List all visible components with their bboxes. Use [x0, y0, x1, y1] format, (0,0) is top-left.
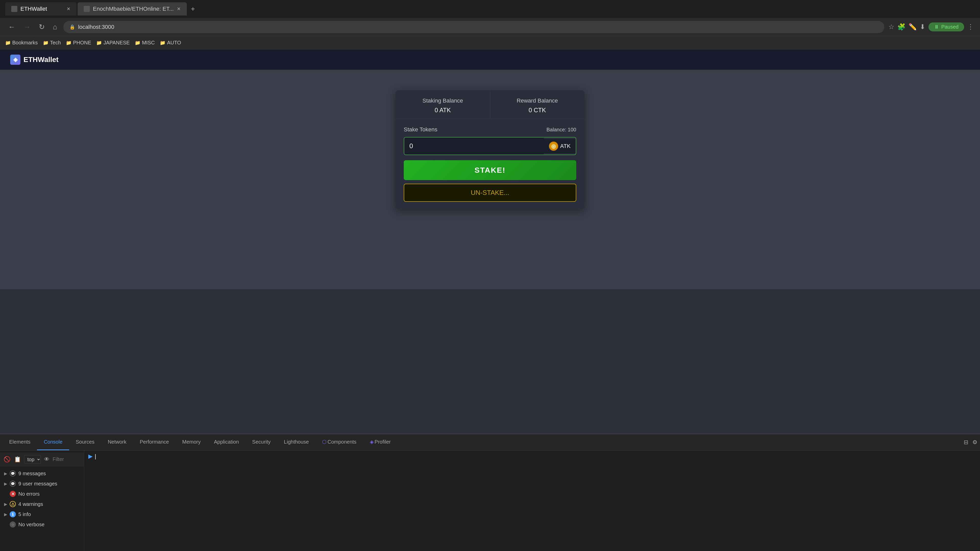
- console-tab-label: Console: [44, 439, 62, 445]
- app-title: ETHWallet: [24, 56, 59, 64]
- tab-close-icon-2[interactable]: ✕: [177, 6, 181, 12]
- console-filter-bar: 🚫 📋 top 👁 Default levels ▾ 0 hidden: [0, 453, 84, 466]
- balance-row: Staking Balance 0 ATK Reward Balance 0 C…: [396, 90, 584, 119]
- stake-header: Stake Tokens Balance: 100: [404, 126, 576, 133]
- address-bar[interactable]: 🔒 localhost:3000: [63, 21, 884, 33]
- tab-ethwallet[interactable]: ETHWallet ✕: [5, 2, 76, 16]
- bookmark-bookmarks[interactable]: 📁 Bookmarks: [5, 40, 38, 46]
- new-tab-button[interactable]: +: [188, 5, 198, 13]
- app-logo: ◈ ETHWallet: [10, 55, 59, 65]
- paused-icon: ⏸: [934, 24, 939, 30]
- home-button[interactable]: ⌂: [51, 22, 59, 32]
- expand-arrow-warnings: ▶: [4, 502, 7, 507]
- tab-favicon-2: [84, 6, 90, 12]
- devtools-tab-sources[interactable]: Sources: [69, 434, 101, 450]
- bookmark-folder-icon-auto: 📁: [160, 40, 165, 46]
- components-tab-icon: ⬡: [322, 439, 326, 445]
- expand-arrow-info: ▶: [4, 512, 7, 517]
- bookmark-misc[interactable]: 📁 MISC: [135, 40, 155, 46]
- staking-balance-item: Staking Balance 0 ATK: [396, 90, 490, 119]
- msg-label-verbose: No verbose: [18, 522, 45, 527]
- staking-balance-value: 0 ATK: [404, 106, 482, 114]
- app-header: ◈ ETHWallet: [0, 49, 980, 70]
- paused-button[interactable]: ⏸ Paused: [928, 22, 964, 32]
- reward-balance-item: Reward Balance 0 CTK: [490, 90, 585, 119]
- msg-icon-verbose: ○: [10, 521, 16, 527]
- msg-warnings[interactable]: ▶ ⚠ 4 warnings: [0, 499, 84, 509]
- console-cursor-blink: |: [95, 453, 96, 460]
- components-tab-label: Components: [328, 439, 356, 445]
- tab-enoch[interactable]: EnochMbaebie/ETHOnline: ET... ✕: [78, 2, 187, 16]
- context-selector[interactable]: top: [24, 455, 41, 464]
- stake-input-row: ◎ ATK: [404, 137, 576, 155]
- console-prompt-icon: ▶: [88, 453, 93, 460]
- devtools-tab-elements[interactable]: Elements: [3, 434, 37, 450]
- token-symbol: ATK: [560, 143, 571, 149]
- devtools-tab-components[interactable]: ⬡ Components: [315, 434, 363, 450]
- msg-label-info: 5 info: [18, 511, 31, 517]
- console-sidebar: 🚫 📋 top 👁 Default levels ▾ 0 hidden ▶: [0, 451, 84, 551]
- bookmark-japanese[interactable]: 📁 JAPANESE: [96, 40, 130, 46]
- preserve-log-icon[interactable]: 📋: [13, 455, 22, 464]
- bookmark-star-icon[interactable]: ☆: [888, 23, 894, 31]
- balance-info: Balance: 100: [546, 127, 576, 133]
- bookmark-phone-label: PHONE: [73, 40, 91, 46]
- tab-label-2: EnochMbaebie/ETHOnline: ET...: [93, 6, 174, 12]
- devtools-tab-console[interactable]: Console: [37, 434, 69, 450]
- bookmark-auto-label: AUTO: [167, 40, 181, 46]
- stake-section: Stake Tokens Balance: 100 ◎ ATK STAKE! U…: [396, 119, 584, 209]
- nav-actions: ☆ 🧩 ✏️ ⬇ ⏸ Paused ⋮: [888, 22, 974, 32]
- settings-icon[interactable]: ⚙: [972, 439, 977, 446]
- paused-label: Paused: [941, 24, 959, 30]
- bookmark-phone[interactable]: 📁 PHONE: [66, 40, 91, 46]
- extensions-icon[interactable]: 🧩: [897, 23, 905, 31]
- staking-balance-label: Staking Balance: [404, 97, 482, 104]
- devtools-tab-network[interactable]: Network: [101, 434, 133, 450]
- dock-icon[interactable]: ⊟: [964, 439, 968, 446]
- msg-icon-user: 💬: [10, 481, 16, 487]
- wallet-main: Staking Balance 0 ATK Reward Balance 0 C…: [0, 70, 980, 289]
- application-tab-label: Application: [214, 439, 239, 445]
- downloads-icon[interactable]: ⬇: [920, 23, 925, 31]
- back-button[interactable]: ←: [6, 22, 18, 32]
- reload-button[interactable]: ↻: [37, 22, 47, 32]
- msg-label-user: 9 user messages: [18, 481, 57, 487]
- memory-tab-label: Memory: [182, 439, 200, 445]
- devtools-body: 🚫 📋 top 👁 Default levels ▾ 0 hidden ▶: [0, 451, 980, 551]
- devtools-tab-application[interactable]: Application: [207, 434, 245, 450]
- profiler-tab-icon: ◈: [370, 439, 374, 445]
- bookmark-auto[interactable]: 📁 AUTO: [160, 40, 181, 46]
- devtools-tab-profiler[interactable]: ◈ Profiler: [363, 434, 397, 450]
- unstake-button[interactable]: UN-STAKE...: [404, 184, 576, 202]
- msg-no-errors[interactable]: ▶ ✕ No errors: [0, 489, 84, 499]
- security-tab-label: Security: [252, 439, 270, 445]
- devtools-panel: Elements Console Sources Network Perform…: [0, 433, 980, 551]
- stake-button[interactable]: STAKE!: [404, 160, 576, 180]
- browser-chrome: ETHWallet ✕ EnochMbaebie/ETHOnline: ET..…: [0, 0, 980, 49]
- lock-icon: 🔒: [69, 24, 75, 30]
- tab-close-icon[interactable]: ✕: [67, 6, 70, 12]
- bookmark-tech[interactable]: 📁 Tech: [43, 40, 61, 46]
- msg-9user[interactable]: ▶ 💬 9 user messages: [0, 478, 84, 489]
- screenshot-icon[interactable]: ✏️: [908, 23, 917, 31]
- bookmark-folder-icon-phone: 📁: [66, 40, 72, 46]
- bookmark-japanese-label: JAPANESE: [103, 40, 130, 46]
- devtools-tab-lighthouse[interactable]: Lighthouse: [277, 434, 315, 450]
- bookmark-folder-icon: 📁: [5, 40, 11, 46]
- eye-icon[interactable]: 👁: [43, 455, 51, 464]
- stake-input[interactable]: [404, 138, 544, 155]
- msg-9messages[interactable]: ▶ 💬 9 messages: [0, 468, 84, 478]
- expand-arrow-messages: ▶: [4, 471, 7, 476]
- msg-icon-warnings: ⚠: [10, 501, 16, 507]
- msg-icon-errors: ✕: [10, 491, 16, 497]
- forward-button[interactable]: →: [21, 22, 33, 32]
- bookmark-folder-icon-japanese: 📁: [96, 40, 102, 46]
- clear-console-icon[interactable]: 🚫: [3, 455, 11, 464]
- devtools-tab-security[interactable]: Security: [245, 434, 277, 450]
- devtools-tab-performance[interactable]: Performance: [133, 434, 176, 450]
- devtools-tab-memory[interactable]: Memory: [176, 434, 207, 450]
- menu-icon[interactable]: ⋮: [967, 23, 974, 31]
- msg-5info[interactable]: ▶ ℹ 5 info: [0, 509, 84, 519]
- bookmark-folder-icon-tech: 📁: [43, 40, 48, 46]
- msg-no-verbose[interactable]: ▶ ○ No verbose: [0, 519, 84, 530]
